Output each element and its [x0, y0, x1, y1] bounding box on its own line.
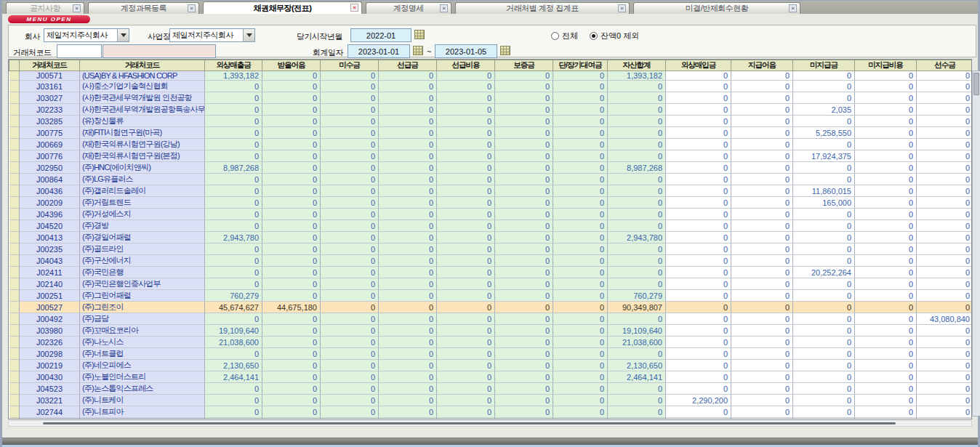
- row-marker-cell[interactable]: [9, 278, 20, 290]
- amount-cell[interactable]: 0: [321, 313, 379, 325]
- amount-cell[interactable]: 0: [262, 232, 321, 243]
- amount-cell[interactable]: 0: [731, 150, 793, 162]
- amount-cell[interactable]: 0: [855, 290, 917, 302]
- amount-cell[interactable]: 0: [205, 383, 262, 395]
- amount-cell[interactable]: 0: [855, 174, 917, 185]
- vendor-code-cell[interactable]: J00527: [20, 302, 80, 313]
- amount-cell[interactable]: 0: [793, 371, 855, 383]
- amount-cell[interactable]: 0: [379, 150, 437, 162]
- row-marker-cell[interactable]: [9, 255, 20, 267]
- vendor-name-cell[interactable]: (주)그린조이: [80, 302, 205, 313]
- vendor-code-cell[interactable]: J00430: [20, 371, 80, 383]
- amount-cell[interactable]: 0: [437, 174, 495, 185]
- amount-cell[interactable]: 0: [379, 243, 437, 255]
- chevron-down-icon[interactable]: [243, 29, 254, 41]
- amount-cell[interactable]: 0: [495, 313, 553, 325]
- amount-cell[interactable]: 0: [321, 383, 379, 395]
- amount-cell[interactable]: 8,987,268: [608, 162, 666, 174]
- amount-cell[interactable]: 0: [379, 418, 437, 419]
- amount-cell[interactable]: 0: [262, 325, 321, 337]
- amount-cell[interactable]: 0: [608, 418, 666, 419]
- amount-cell[interactable]: 0: [793, 290, 855, 302]
- amount-cell[interactable]: 0: [321, 139, 379, 150]
- amount-cell[interactable]: 0: [666, 348, 731, 360]
- amount-cell[interactable]: 45,674,627: [205, 302, 262, 313]
- amount-cell[interactable]: 0: [608, 313, 666, 325]
- table-row[interactable]: J00669(재)한국의류시험연구원(강남)0000000000000: [9, 139, 973, 150]
- amount-cell[interactable]: 0: [321, 150, 379, 162]
- row-marker-cell[interactable]: [9, 220, 20, 232]
- amount-cell[interactable]: 0: [321, 162, 379, 174]
- amount-cell[interactable]: 0: [205, 197, 262, 209]
- amount-cell[interactable]: 0: [495, 174, 553, 185]
- amount-cell[interactable]: 0: [205, 395, 262, 406]
- amount-cell[interactable]: 0: [262, 383, 321, 395]
- vendor-code-cell[interactable]: J00775: [20, 127, 80, 139]
- amount-cell[interactable]: 0: [608, 278, 666, 290]
- amount-cell[interactable]: 0: [262, 395, 321, 406]
- amount-cell[interactable]: 0: [553, 71, 608, 81]
- amount-cell[interactable]: 0: [379, 116, 437, 127]
- amount-cell[interactable]: 0: [379, 348, 437, 360]
- amount-cell[interactable]: 0: [262, 278, 321, 290]
- row-marker-cell[interactable]: [9, 325, 20, 337]
- table-row[interactable]: J00571(USA)BY & HFASHION CORP1,393,18200…: [9, 71, 973, 81]
- chevron-down-icon[interactable]: [117, 29, 129, 41]
- row-marker-cell[interactable]: [9, 174, 20, 185]
- amount-cell[interactable]: 0: [495, 71, 553, 81]
- amount-cell[interactable]: 0: [437, 383, 495, 395]
- row-marker-cell[interactable]: [9, 360, 20, 371]
- row-marker-cell[interactable]: [9, 162, 20, 174]
- vendor-name-cell[interactable]: (주)경방: [80, 220, 205, 232]
- amount-cell[interactable]: 11,860,015: [793, 185, 855, 197]
- amount-cell[interactable]: 0: [379, 290, 437, 302]
- amount-cell[interactable]: 0: [731, 383, 793, 395]
- column-header[interactable]: 외상매출금: [205, 60, 262, 71]
- amount-cell[interactable]: 0: [855, 220, 917, 232]
- table-row[interactable]: J00775(재)FITI시험연구원(마곡)00000000005,258,55…: [9, 127, 973, 139]
- amount-cell[interactable]: 0: [793, 313, 855, 325]
- amount-cell[interactable]: 2,943,780: [608, 232, 666, 243]
- vendor-code-cell[interactable]: J00864: [20, 174, 80, 185]
- amount-cell[interactable]: 0: [379, 302, 437, 313]
- amount-cell[interactable]: 0: [495, 325, 553, 337]
- amount-cell[interactable]: 0: [917, 348, 973, 360]
- amount-cell[interactable]: 0: [553, 174, 608, 185]
- amount-cell[interactable]: 0: [855, 232, 917, 243]
- vendor-name-cell[interactable]: (주)너트클럽: [80, 348, 205, 360]
- amount-cell[interactable]: 0: [855, 418, 917, 419]
- row-marker-cell[interactable]: [9, 395, 20, 406]
- vendor-code-cell[interactable]: J00159: [20, 418, 80, 419]
- amount-cell[interactable]: 0: [666, 92, 731, 104]
- vendor-code-cell[interactable]: J02411: [20, 267, 80, 278]
- amount-cell[interactable]: 0: [262, 313, 321, 325]
- amount-cell[interactable]: 0: [553, 278, 608, 290]
- amount-cell[interactable]: 0: [495, 383, 553, 395]
- row-marker-cell[interactable]: [9, 371, 20, 383]
- radio-exclude-zero[interactable]: 잔액0 제외: [590, 31, 639, 41]
- amount-cell[interactable]: 0: [666, 371, 731, 383]
- amount-cell[interactable]: 0: [437, 313, 495, 325]
- amount-cell[interactable]: 2,130,650: [205, 360, 262, 371]
- amount-cell[interactable]: 0: [321, 290, 379, 302]
- amount-cell[interactable]: 0: [553, 150, 608, 162]
- amount-cell[interactable]: 0: [917, 255, 973, 267]
- amount-cell[interactable]: 0: [262, 209, 321, 220]
- vendor-name-cell[interactable]: (사)중소기업기술혁신협회: [80, 81, 205, 92]
- amount-cell[interactable]: 0: [321, 371, 379, 383]
- amount-cell[interactable]: 0: [917, 278, 973, 290]
- amount-cell[interactable]: 0: [855, 395, 917, 406]
- amount-cell[interactable]: 0: [855, 371, 917, 383]
- amount-cell[interactable]: 0: [495, 185, 553, 197]
- row-marker-cell[interactable]: [9, 418, 20, 419]
- amount-cell[interactable]: 0: [553, 220, 608, 232]
- amount-cell[interactable]: 0: [731, 348, 793, 360]
- vendor-name-cell[interactable]: (주)그린어패럴: [80, 290, 205, 302]
- row-marker-cell[interactable]: [9, 302, 20, 313]
- amount-cell[interactable]: 0: [553, 81, 608, 92]
- tab-close-icon[interactable]: ✕: [440, 4, 448, 12]
- amount-cell[interactable]: 0: [262, 360, 321, 371]
- amount-cell[interactable]: 0: [666, 267, 731, 278]
- amount-cell[interactable]: 0: [917, 185, 973, 197]
- table-row[interactable]: J00235(주)골드라인0000000000000: [9, 243, 973, 255]
